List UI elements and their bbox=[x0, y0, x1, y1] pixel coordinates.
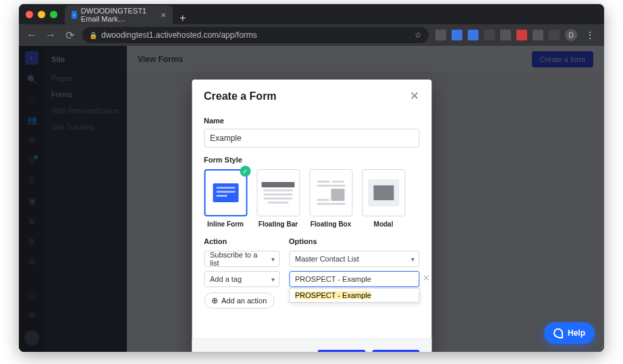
extensions: D ⋮ bbox=[435, 29, 597, 41]
style-modal[interactable] bbox=[362, 169, 405, 216]
minimize-dot[interactable] bbox=[38, 11, 45, 18]
style-label: Form Style bbox=[204, 156, 419, 164]
style-caption: Modal bbox=[374, 220, 394, 228]
star-icon[interactable]: ☆ bbox=[414, 30, 422, 40]
new-tab-button[interactable]: + bbox=[173, 12, 192, 24]
reload-icon[interactable]: ⟳ bbox=[63, 29, 76, 41]
extension-icon[interactable] bbox=[452, 30, 462, 40]
action-select-add-tag[interactable]: Add a tag bbox=[204, 271, 279, 287]
help-bubble[interactable]: Help bbox=[544, 322, 595, 344]
forward-icon[interactable]: → bbox=[45, 29, 57, 41]
name-input[interactable] bbox=[204, 129, 419, 148]
extension-icon[interactable] bbox=[484, 30, 495, 40]
close-icon[interactable]: ✕ bbox=[410, 89, 419, 103]
create-button[interactable]: Create bbox=[373, 350, 419, 352]
tab-title: DWOODINGTEST1 Email Mark… bbox=[81, 7, 154, 23]
create-form-modal: Create a Form ✕ Name Form Style ✓ Inline… bbox=[192, 80, 431, 352]
url-box[interactable]: 🔒 dwoodingtest1.activehosted.com/app/for… bbox=[82, 27, 429, 43]
puzzle-icon[interactable] bbox=[533, 30, 543, 40]
options-select-list[interactable]: Master Contact List bbox=[289, 251, 419, 267]
zoom-dot[interactable] bbox=[50, 11, 57, 18]
style-caption: Floating Bar bbox=[259, 220, 298, 228]
check-icon: ✓ bbox=[240, 166, 250, 177]
address-bar: ← → ⟳ 🔒 dwoodingtest1.activehosted.com/a… bbox=[19, 24, 604, 46]
modal-title: Create a Form bbox=[204, 90, 277, 102]
action-label: Action bbox=[204, 237, 279, 245]
mac-traffic-lights[interactable] bbox=[26, 11, 57, 18]
style-caption: Inline Form bbox=[207, 220, 244, 228]
chat-icon bbox=[553, 328, 563, 338]
action-select-subscribe[interactable]: Subscribe to a list bbox=[204, 251, 279, 267]
back-icon[interactable]: ← bbox=[26, 29, 38, 41]
style-caption: Floating Box bbox=[310, 220, 352, 228]
remove-icon[interactable]: ✕ bbox=[423, 273, 430, 283]
add-action-chip[interactable]: ⊕ Add an action bbox=[204, 293, 274, 309]
style-floating-box[interactable] bbox=[309, 169, 352, 216]
extension-icon[interactable] bbox=[500, 30, 511, 40]
plus-icon: ⊕ bbox=[211, 296, 218, 305]
name-label: Name bbox=[204, 117, 419, 125]
profile-avatar[interactable]: D bbox=[565, 29, 577, 41]
cancel-button[interactable]: Cancel bbox=[317, 350, 365, 352]
chrome-tab-strip: › DWOODINGTEST1 Email Mark… ✕ + bbox=[19, 4, 604, 24]
extension-icon[interactable] bbox=[468, 30, 479, 40]
extension-icon[interactable] bbox=[516, 30, 527, 40]
tab-close-icon[interactable]: ✕ bbox=[161, 11, 166, 19]
lock-icon: 🔒 bbox=[89, 32, 97, 39]
url-text: dwoodingtest1.activehosted.com/app/forms bbox=[101, 30, 257, 40]
autocomplete-suggestion[interactable]: PROSPECT - Example bbox=[289, 288, 419, 303]
options-label: Options bbox=[289, 237, 419, 245]
chrome-menu-icon[interactable]: ⋮ bbox=[583, 30, 597, 40]
style-inline-form[interactable]: ✓ bbox=[204, 169, 247, 216]
browser-tab[interactable]: › DWOODINGTEST1 Email Mark… ✕ bbox=[65, 5, 173, 24]
favicon: › bbox=[72, 11, 77, 19]
close-dot[interactable] bbox=[26, 11, 33, 18]
extension-icon[interactable] bbox=[435, 30, 446, 40]
extension-icon[interactable] bbox=[549, 30, 560, 40]
options-tag-input[interactable] bbox=[289, 271, 419, 287]
style-floating-bar[interactable] bbox=[256, 169, 300, 216]
